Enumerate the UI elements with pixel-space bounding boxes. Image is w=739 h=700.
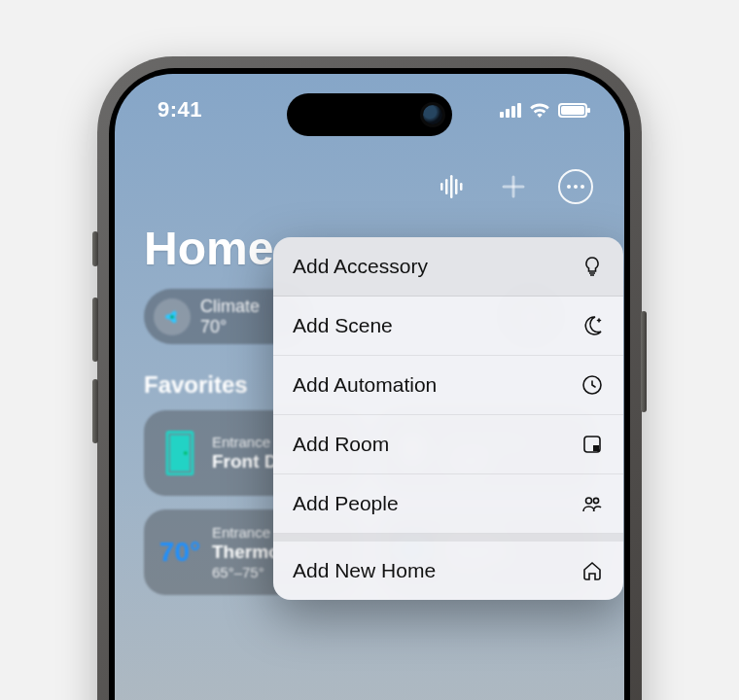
menu-item-add-people[interactable]: Add People: [273, 474, 623, 534]
chip-value: 70°: [200, 317, 260, 337]
intercom-button[interactable]: [432, 167, 471, 206]
menu-item-add-room[interactable]: Add Room: [273, 415, 623, 474]
svg-rect-1: [445, 179, 448, 194]
screen: 9:41: [115, 74, 624, 700]
svg-point-21: [586, 498, 592, 504]
room-square-icon: [581, 433, 604, 456]
toolbar: [115, 167, 624, 216]
moon-stars-icon: [581, 314, 604, 337]
menu-item-add-accessory[interactable]: Add Accessory: [273, 237, 623, 297]
add-button[interactable]: [494, 167, 533, 206]
menu-item-add-automation[interactable]: Add Automation: [273, 356, 623, 415]
menu-item-add-new-home[interactable]: Add New Home: [273, 542, 623, 600]
clock-icon: [581, 373, 604, 397]
phone-frame: 9:41: [97, 56, 642, 700]
menu-item-label: Add Room: [293, 433, 389, 456]
svg-point-7: [170, 315, 174, 319]
menu-item-label: Add Accessory: [293, 255, 428, 278]
people-icon: [581, 492, 604, 515]
chip-label: Climate: [200, 297, 260, 317]
thermostat-temp: 70°: [159, 537, 200, 568]
menu-item-label: Add Scene: [293, 314, 393, 337]
svg-rect-0: [440, 183, 443, 191]
svg-rect-2: [450, 175, 453, 198]
menu-item-label: Add New Home: [293, 559, 436, 582]
menu-item-label: Add People: [293, 492, 399, 515]
svg-rect-4: [460, 183, 463, 191]
door-icon: [159, 431, 200, 475]
more-button[interactable]: [556, 167, 595, 206]
add-context-menu: Add Accessory Add Scene Add Automation: [273, 237, 623, 600]
fan-icon: [154, 298, 191, 335]
svg-point-13: [184, 452, 188, 456]
svg-point-22: [593, 498, 598, 503]
menu-item-label: Add Automation: [293, 373, 437, 397]
menu-item-add-scene[interactable]: Add Scene: [273, 297, 623, 356]
lightbulb-icon: [581, 255, 604, 278]
house-icon: [581, 559, 604, 582]
svg-rect-3: [455, 179, 458, 194]
